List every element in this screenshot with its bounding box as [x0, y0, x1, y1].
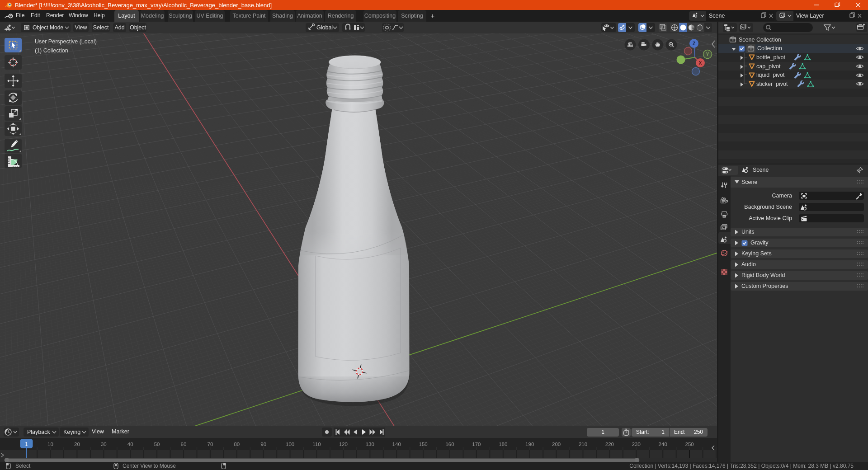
svg-text:Y: Y [706, 52, 709, 57]
svg-text:30: 30 [101, 442, 107, 447]
svg-text:10: 10 [47, 442, 53, 447]
svg-text:60: 60 [181, 442, 187, 447]
svg-text:20: 20 [74, 442, 80, 447]
svg-text:Z: Z [693, 41, 695, 46]
svg-text:110: 110 [312, 442, 321, 447]
svg-text:(1) Collection: (1) Collection [35, 47, 68, 54]
svg-text:190: 190 [525, 442, 534, 447]
svg-text:100: 100 [286, 442, 294, 447]
svg-text:120: 120 [339, 442, 348, 447]
svg-text:90: 90 [260, 442, 266, 447]
svg-text:150: 150 [419, 442, 428, 447]
svg-text:210: 210 [579, 442, 587, 447]
svg-text:220: 220 [605, 442, 614, 447]
svg-text:180: 180 [499, 442, 507, 447]
svg-text:160: 160 [445, 442, 454, 447]
svg-text:1: 1 [25, 441, 28, 447]
svg-text:230: 230 [632, 442, 641, 447]
svg-text:40: 40 [127, 442, 133, 447]
svg-text:130: 130 [366, 442, 374, 447]
svg-text:80: 80 [234, 442, 240, 447]
svg-text:X: X [699, 61, 702, 66]
svg-text:140: 140 [392, 442, 401, 447]
svg-text:50: 50 [154, 442, 160, 447]
svg-text:200: 200 [552, 442, 561, 447]
svg-text:User Perspective (Local): User Perspective (Local) [35, 38, 97, 45]
svg-text:170: 170 [472, 442, 481, 447]
svg-text:240: 240 [659, 442, 667, 447]
svg-text:250: 250 [685, 442, 694, 447]
svg-text:70: 70 [208, 442, 213, 447]
